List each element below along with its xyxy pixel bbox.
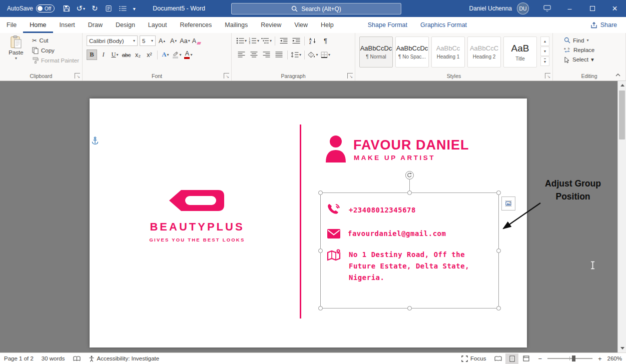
italic-button[interactable]: I xyxy=(98,50,109,60)
highlight-color-button[interactable]: ▾ xyxy=(172,50,182,60)
print-layout-button[interactable] xyxy=(505,354,518,364)
shading-button[interactable]: ▾ xyxy=(307,50,319,60)
paste-button[interactable]: Paste ▾ xyxy=(4,36,28,70)
tab-view[interactable]: View xyxy=(288,17,314,33)
collapse-ribbon-button[interactable] xyxy=(614,72,622,78)
style-no-spacing[interactable]: AaBbCcDc¶ No Spac... xyxy=(395,36,429,68)
focus-button[interactable]: Focus xyxy=(461,356,486,362)
tab-file[interactable]: File xyxy=(0,17,23,33)
web-layout-button[interactable] xyxy=(519,354,532,364)
scrollbar-thumb[interactable] xyxy=(619,90,625,140)
scroll-up-button[interactable] xyxy=(618,81,626,90)
brand-logo-icon[interactable] xyxy=(168,188,226,214)
word-count[interactable]: 30 words xyxy=(42,356,65,362)
resize-handle[interactable] xyxy=(407,190,412,195)
brand-block[interactable]: BEAUTYPLUS GIVES YOU THE BEST LOOKS xyxy=(117,188,277,242)
save-button[interactable] xyxy=(60,2,74,16)
maximize-button[interactable] xyxy=(581,0,603,17)
card-email[interactable]: favourdaniel@gmail.com xyxy=(348,230,446,238)
undo-button[interactable]: ↺▾ xyxy=(74,2,88,16)
tab-home[interactable]: Home xyxy=(23,17,53,33)
styles-scroll-up-button[interactable]: ▴ xyxy=(540,36,549,46)
card-address[interactable]: No 1 Destiny Road, Off the Future Estate… xyxy=(349,248,469,284)
change-case-button[interactable]: Aa▾ xyxy=(180,36,190,46)
replace-button[interactable]: abReplace xyxy=(564,46,594,53)
line-spacing-button[interactable]: ▾ xyxy=(290,50,302,60)
share-button[interactable]: Share xyxy=(590,22,617,28)
styles-more-button[interactable]: ▾ xyxy=(540,56,549,66)
resize-handle[interactable] xyxy=(407,306,412,310)
user-name[interactable]: Daniel Uchenna xyxy=(469,5,512,12)
multilevel-list-button[interactable]: ▾ xyxy=(261,36,272,46)
card-phone[interactable]: +23408012345678 xyxy=(349,206,416,214)
zoom-in-button[interactable]: + xyxy=(598,355,602,362)
zoom-slider[interactable] xyxy=(547,355,592,362)
tab-references[interactable]: References xyxy=(173,17,218,33)
document-canvas[interactable]: BEAUTYPLUS GIVES YOU THE BEST LOOKS FAVO… xyxy=(0,81,617,352)
page-indicator[interactable]: Page 1 of 2 xyxy=(4,356,34,362)
subscript-button[interactable]: x₂ xyxy=(133,50,143,60)
font-color-button[interactable]: A▾ xyxy=(183,50,194,60)
style-heading-2[interactable]: AaBbCcCHeading 2 xyxy=(467,36,501,68)
font-size-select[interactable]: 5▾ xyxy=(140,36,156,46)
redo-button[interactable]: ↻ xyxy=(88,2,102,16)
editor-button[interactable] xyxy=(102,2,116,16)
align-left-button[interactable] xyxy=(236,50,247,60)
copy-button[interactable]: Copy xyxy=(32,47,79,54)
grow-font-button[interactable]: A▴ xyxy=(157,36,167,46)
find-button[interactable]: Find▾ xyxy=(564,37,594,44)
resize-handle[interactable] xyxy=(496,248,501,253)
proofing-button[interactable] xyxy=(73,356,81,362)
justify-button[interactable] xyxy=(273,50,285,60)
resize-handle[interactable] xyxy=(318,190,323,195)
card-person-role[interactable]: MAKE UP ARTIST xyxy=(354,154,435,162)
zoom-out-button[interactable]: − xyxy=(538,355,542,362)
autosave-toggle[interactable]: Off xyxy=(36,4,55,12)
tab-insert[interactable]: Insert xyxy=(53,17,82,33)
select-button[interactable]: Select▾ xyxy=(564,56,594,63)
list-button[interactable] xyxy=(116,2,130,16)
superscript-button[interactable]: x² xyxy=(144,50,155,60)
close-button[interactable]: × xyxy=(603,0,626,17)
email-row[interactable]: favourdaniel@gmail.com xyxy=(327,226,446,241)
tab-design[interactable]: Design xyxy=(109,17,142,33)
avatar[interactable]: DU xyxy=(517,2,529,14)
tab-mailings[interactable]: Mailings xyxy=(218,17,254,33)
strikethrough-button[interactable]: abc xyxy=(121,50,132,60)
bullets-button[interactable]: ▾ xyxy=(236,36,247,46)
borders-button[interactable]: ▾ xyxy=(320,50,331,60)
resize-handle[interactable] xyxy=(318,306,323,310)
clear-formatting-button[interactable]: A xyxy=(191,36,202,46)
shrink-font-button[interactable]: A▾ xyxy=(168,36,179,46)
vertical-scrollbar[interactable] xyxy=(617,81,626,352)
phone-row[interactable]: +23408012345678 xyxy=(327,202,416,218)
search-box[interactable]: Search (Alt+Q) xyxy=(231,3,401,14)
format-painter-button[interactable]: Format Painter xyxy=(32,57,79,64)
read-mode-button[interactable] xyxy=(491,354,504,364)
resize-handle[interactable] xyxy=(496,306,501,310)
tab-help[interactable]: Help xyxy=(314,17,340,33)
font-family-select[interactable]: Calibri (Body)▾ xyxy=(87,36,138,46)
zoom-slider-thumb[interactable] xyxy=(572,356,575,362)
minimize-button[interactable]: – xyxy=(558,0,581,17)
style-title[interactable]: AaBTitle xyxy=(503,36,537,68)
brand-tagline[interactable]: GIVES YOU THE BEST LOOKS xyxy=(117,237,277,242)
show-paragraph-marks-button[interactable]: ¶ xyxy=(320,36,331,46)
cut-button[interactable]: ✂Cut xyxy=(32,37,79,44)
address-row[interactable]: No 1 Destiny Road, Off the Future Estate… xyxy=(327,248,469,284)
rotate-handle[interactable] xyxy=(405,171,414,180)
resize-handle[interactable] xyxy=(496,190,501,195)
bold-button[interactable]: B xyxy=(87,50,97,60)
page[interactable]: BEAUTYPLUS GIVES YOU THE BEST LOOKS FAVO… xyxy=(90,98,527,348)
text-effects-button[interactable]: A▾ xyxy=(160,50,171,60)
sort-button[interactable]: AZ xyxy=(307,36,319,46)
underline-button[interactable]: U▾ xyxy=(110,50,120,60)
ribbon-display-options-button[interactable] xyxy=(536,0,558,17)
align-right-button[interactable] xyxy=(261,50,272,60)
styles-scroll-down-button[interactable]: ▾ xyxy=(540,46,549,56)
align-center-button[interactable] xyxy=(248,50,260,60)
accessibility-status[interactable]: Accessibility: Investigate xyxy=(89,356,160,362)
zoom-slider-track[interactable] xyxy=(547,358,592,359)
person-icon[interactable] xyxy=(324,135,348,164)
tab-draw[interactable]: Draw xyxy=(82,17,109,33)
